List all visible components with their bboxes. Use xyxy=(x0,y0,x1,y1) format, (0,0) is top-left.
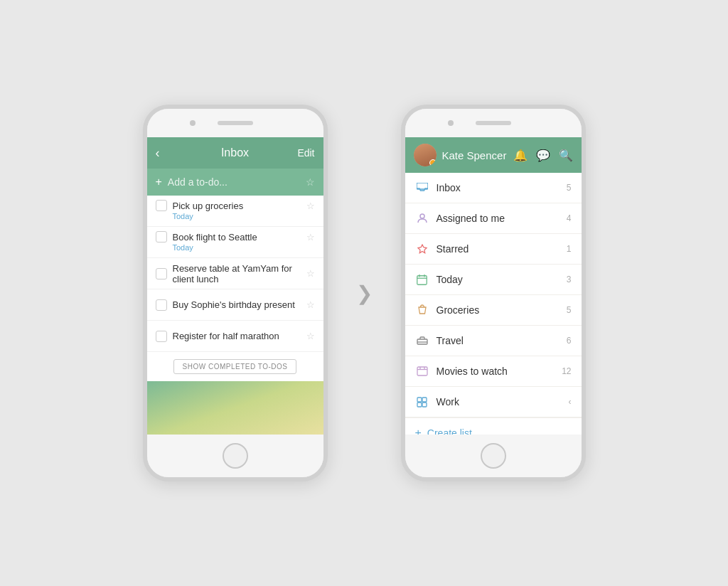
user-name: Kate Spencer xyxy=(442,149,508,161)
add-star-icon[interactable]: ☆ xyxy=(306,176,315,188)
menu-item-label: Starred xyxy=(437,243,567,255)
phone-inbox: ‹ Inbox Edit + Add a to-do... ☆ Pick up … xyxy=(143,105,328,481)
todo-checkbox[interactable] xyxy=(156,268,167,279)
menu-item-count: 3 xyxy=(567,275,572,284)
todo-star-icon[interactable]: ☆ xyxy=(306,232,315,243)
work-icon xyxy=(415,395,429,409)
todo-star-icon[interactable]: ☆ xyxy=(306,331,315,341)
todo-list: Pick up groceries ☆ Today Book flight to… xyxy=(147,196,323,435)
todo-text: Book flight to Seattle xyxy=(173,232,306,243)
menu-item-label: Groceries xyxy=(437,304,567,316)
todo-checkbox[interactable] xyxy=(156,231,167,243)
menu-item-groceries[interactable]: Groceries 5 xyxy=(405,295,582,326)
todo-due-date: Today xyxy=(173,212,193,220)
create-list-plus-icon: + xyxy=(415,427,422,435)
menu-item-label: Inbox xyxy=(437,182,567,193)
menu-item-label: Assigned to me xyxy=(437,213,567,224)
menu-item-count: 6 xyxy=(567,336,572,346)
inbox-icon xyxy=(415,181,429,195)
home-button[interactable] xyxy=(481,443,506,469)
todo-item[interactable]: Register for half marathon ☆ xyxy=(147,321,323,352)
bell-icon[interactable]: 🔔 xyxy=(513,149,528,162)
header-icons: 🔔 💬 🔍 xyxy=(513,149,573,162)
show-completed-row: SHOW COMPLETED TO-DOS xyxy=(147,352,323,381)
today-icon xyxy=(415,272,429,287)
menu-item-label: Today xyxy=(437,274,567,285)
svg-rect-13 xyxy=(422,398,427,402)
svg-rect-8 xyxy=(417,367,427,375)
menu-header: Kate Spencer 🔔 💬 🔍 xyxy=(405,137,582,173)
todo-item[interactable]: Buy Sophie's birthday present ☆ xyxy=(147,289,323,321)
menu-item-count: 5 xyxy=(567,183,572,193)
phone-top-bar xyxy=(147,109,323,137)
inbox-header: ‹ Inbox Edit xyxy=(147,137,323,169)
todo-star-icon[interactable]: ☆ xyxy=(306,299,315,310)
back-button[interactable]: ‹ xyxy=(156,146,160,161)
todo-text: Reserve table at YamYam for client lunch xyxy=(173,263,306,284)
menu-item-today[interactable]: Today 3 xyxy=(405,265,582,295)
phone-screen-inbox: ‹ Inbox Edit + Add a to-do... ☆ Pick up … xyxy=(147,137,323,435)
movies-icon xyxy=(415,364,429,378)
inbox-background-gradient xyxy=(147,381,323,435)
todo-item[interactable]: Pick up groceries ☆ Today xyxy=(147,196,323,227)
home-button[interactable] xyxy=(223,443,248,469)
transition-arrow: ❯ xyxy=(356,282,373,305)
work-chevron-icon: ‹ xyxy=(569,397,572,407)
svg-rect-12 xyxy=(417,398,422,402)
travel-icon xyxy=(415,334,429,348)
todo-text: Register for half marathon xyxy=(173,331,306,341)
menu-item-inbox[interactable]: Inbox 5 xyxy=(405,173,582,203)
create-list-label: Create list xyxy=(427,427,472,435)
menu-item-count: 5 xyxy=(567,305,572,315)
menu-body: Inbox 5 Assigned to me 4 Starred xyxy=(405,173,582,435)
todo-checkbox[interactable] xyxy=(156,299,167,311)
menu-item-travel[interactable]: Travel 6 xyxy=(405,326,582,356)
todo-star-icon[interactable]: ☆ xyxy=(306,201,315,211)
todo-checkbox[interactable] xyxy=(156,331,167,342)
todo-item[interactable]: Book flight to Seattle ☆ Today xyxy=(147,227,323,258)
show-completed-button[interactable]: SHOW COMPLETED TO-DOS xyxy=(173,359,297,374)
add-icon: + xyxy=(156,176,162,188)
menu-item-count: 1 xyxy=(567,244,572,254)
todo-checkbox[interactable] xyxy=(156,200,167,211)
phone-camera xyxy=(190,120,196,126)
menu-item-label: Movies to watch xyxy=(437,366,562,377)
menu-item-count: 12 xyxy=(562,366,571,376)
phone-menu: Kate Spencer 🔔 💬 🔍 Inbox 5 xyxy=(401,105,586,481)
menu-item-label: Work xyxy=(437,396,569,407)
groceries-icon xyxy=(415,303,429,317)
add-todo-placeholder: Add a to-do... xyxy=(168,176,306,188)
phone-speaker xyxy=(476,121,511,125)
todo-star-icon[interactable]: ☆ xyxy=(306,268,315,279)
search-icon[interactable]: 🔍 xyxy=(559,149,573,162)
svg-point-1 xyxy=(420,214,424,218)
todo-text: Buy Sophie's birthday present xyxy=(173,299,306,310)
phone-top-bar xyxy=(405,109,582,137)
create-list-row[interactable]: + Create list xyxy=(405,417,582,435)
edit-button[interactable]: Edit xyxy=(297,147,314,159)
inbox-title: Inbox xyxy=(221,146,249,159)
add-todo-row[interactable]: + Add a to-do... ☆ xyxy=(147,169,323,196)
avatar[interactable] xyxy=(414,144,437,166)
menu-item-label: Travel xyxy=(437,335,567,346)
avatar-badge xyxy=(429,159,437,166)
svg-rect-14 xyxy=(417,403,422,407)
phone-bottom-bar xyxy=(405,435,582,477)
chat-icon[interactable]: 💬 xyxy=(536,149,550,162)
scene: ‹ Inbox Edit + Add a to-do... ☆ Pick up … xyxy=(143,105,586,481)
todo-text: Pick up groceries xyxy=(173,201,306,211)
phone-screen-menu: Kate Spencer 🔔 💬 🔍 Inbox 5 xyxy=(405,137,582,435)
phone-camera xyxy=(448,120,454,126)
todo-due-date: Today xyxy=(173,243,193,252)
menu-item-assigned[interactable]: Assigned to me 4 xyxy=(405,203,582,234)
todo-item[interactable]: Reserve table at YamYam for client lunch… xyxy=(147,258,323,289)
menu-item-work[interactable]: Work ‹ xyxy=(405,387,582,417)
menu-item-starred[interactable]: Starred 1 xyxy=(405,234,582,265)
assigned-icon xyxy=(415,211,429,225)
menu-item-movies[interactable]: Movies to watch 12 xyxy=(405,356,582,387)
phone-speaker xyxy=(218,121,253,125)
menu-item-count: 4 xyxy=(567,213,572,223)
starred-icon xyxy=(415,242,429,256)
phone-bottom-bar xyxy=(147,435,323,477)
svg-rect-15 xyxy=(422,403,427,407)
